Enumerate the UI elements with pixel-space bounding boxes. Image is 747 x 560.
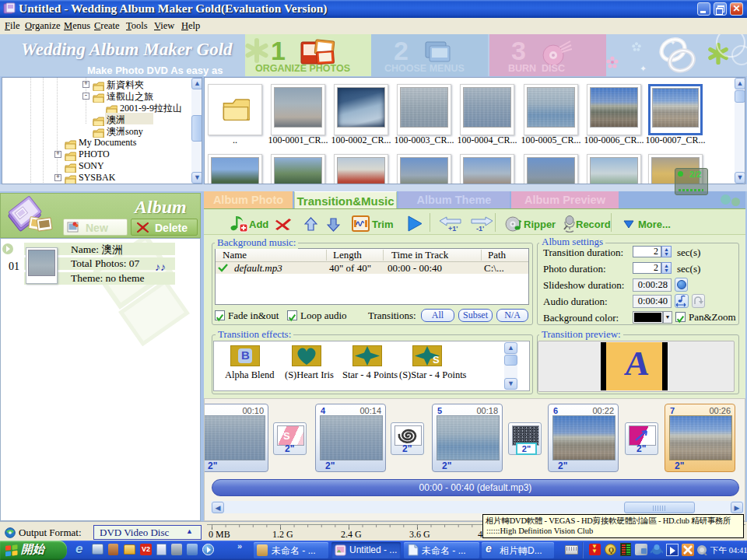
svg-text:+1': +1' [448,225,458,232]
svg-text:-1': -1' [476,225,484,232]
